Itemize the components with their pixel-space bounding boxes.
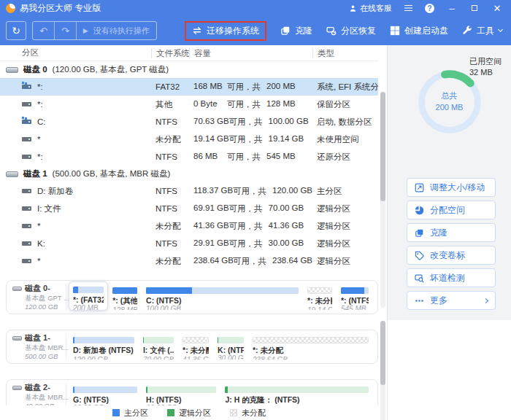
partition-bar xyxy=(73,287,104,293)
chevron-down-icon xyxy=(498,27,503,32)
map-partition[interactable]: H: (NTFS)10.00 GB xyxy=(142,383,220,405)
partition-row[interactable]: *:其他0 Byte可用，共128 MB保留分区 xyxy=(0,96,378,113)
create-boot-disk-button[interactable]: 创建启动盘 xyxy=(390,25,448,37)
map-partition[interactable]: *: (NTFS)545 MB xyxy=(337,284,373,311)
menu-list-icon[interactable] xyxy=(404,5,412,12)
transfer-icon xyxy=(192,26,202,36)
clone-button[interactable]: 克隆 xyxy=(280,25,312,37)
disk-map-title: 磁盘 0- xyxy=(12,283,66,294)
disk-name: 磁盘 1 xyxy=(23,168,47,179)
redo-button[interactable]: ↷ xyxy=(54,22,76,39)
partition-row[interactable]: *未分配238.64 GB可用，共238.64 GB逻辑分区 xyxy=(0,252,378,270)
filesystem-cell: 未分配 xyxy=(151,256,189,267)
maximize-button[interactable] xyxy=(469,3,480,13)
free-space: 70.63 GB xyxy=(193,117,229,128)
sidebar: 已用空间 32 MB 总共 200 MB 调整大小/移动 xyxy=(387,45,511,420)
partition-row[interactable]: *未分配41.36 GB可用，共41.36 GB逻辑分区 xyxy=(0,217,378,235)
free-space: 0 Byte xyxy=(193,99,227,110)
more-button[interactable]: 更多 xyxy=(407,291,496,310)
map-partition[interactable]: J: H 的克隆： (NTFS)20.00 GB xyxy=(220,383,373,405)
pending-operations[interactable]: ▶ 没有待执行操作 xyxy=(76,22,156,39)
partition-row[interactable]: C:NTFS70.63 GB可用，共100.00 GB启动, 数据分区 xyxy=(0,113,378,131)
online-support-button[interactable]: 在线客服 xyxy=(349,3,392,14)
map-partition[interactable]: I: 文件 (...70.00 GB xyxy=(139,333,178,360)
tools-button[interactable]: 工具 xyxy=(462,25,502,37)
partition-row[interactable]: D: 新加卷NTFS118.37 GB可用，共120.00 GB主分区 xyxy=(0,182,378,200)
column-filesystem: 文件系统 xyxy=(151,48,189,58)
used-fill xyxy=(218,337,218,343)
capacity-cell: 41.36 GB可用，共41.36 GB xyxy=(189,221,312,232)
disk-icon xyxy=(12,287,22,291)
change-label-button[interactable]: 改变卷标 xyxy=(407,246,496,265)
create-boot-disk-button-label: 创建启动盘 xyxy=(404,25,448,37)
disk-group-row[interactable]: 磁盘 1 (500.00 GB, 基本盘, MBR 磁盘) xyxy=(0,166,378,182)
map-partition[interactable]: *: 未分配19.14 GB xyxy=(303,284,337,311)
map-partition[interactable]: D: 新加卷 (NTFS)120.00 GB xyxy=(69,333,139,360)
map-partition[interactable]: K: (NTFS)30.00 GB xyxy=(213,333,248,360)
map-scrollbar-thumb[interactable] xyxy=(380,321,385,385)
disk-icon xyxy=(6,67,18,73)
partition-bar xyxy=(253,337,369,343)
partition-row[interactable]: *:NTFS86 MB可用，共545 MB还原分区 xyxy=(0,148,378,166)
partition-row[interactable]: I: 文件NTFS69.91 GB可用，共70.00 GB逻辑分区 xyxy=(0,200,378,217)
table-scrollbar-thumb[interactable] xyxy=(380,92,385,201)
partition-row[interactable]: *:FAT32168 MB可用，共200 MB系统, EFI 系统分区 xyxy=(0,78,378,96)
allocate-space-button[interactable]: 分配空间 xyxy=(407,201,496,219)
partition-name-cell: * xyxy=(0,257,151,265)
partition-name: * xyxy=(37,135,40,144)
help-icon[interactable]: ? xyxy=(425,4,434,13)
partition-row[interactable]: *未分配19.14 GB可用，共19.14 GB未使用空间 xyxy=(0,131,378,148)
partition-pane: 分区 文件系统 容量 类型 磁盘 0 (120.00 GB, 基本盘, GPT … xyxy=(0,45,387,420)
map-partition-label: D: 新加卷 (NTFS) xyxy=(73,346,134,356)
partition-name-cell: *: xyxy=(0,100,151,109)
bad-sector-check-button[interactable]: 坏道检测 xyxy=(407,268,496,287)
map-scrollbar[interactable] xyxy=(380,321,385,420)
map-partition-label: G: (NTFS) xyxy=(73,395,137,404)
table-scrollbar[interactable] xyxy=(380,92,385,308)
play-icon: ▶ xyxy=(83,27,88,34)
capacity-cell: 118.37 GB可用，共120.00 GB xyxy=(189,186,312,197)
filesystem-cell: NTFS xyxy=(151,117,189,126)
total-space: 200 MB xyxy=(266,82,296,93)
clone-icon xyxy=(415,228,424,238)
undo-button[interactable]: ↶ xyxy=(33,22,54,39)
bad-sector-check-button-label: 坏道检测 xyxy=(430,272,465,284)
disk-info: (500.00 GB, 基本盘, MBR 磁盘) xyxy=(53,168,171,179)
clone-partition-button[interactable]: 克隆 xyxy=(407,223,496,242)
partition-name-cell: K: xyxy=(0,239,151,248)
map-partition[interactable]: G: (NTFS)10.00 GB xyxy=(69,383,142,405)
map-partition-size: 70.00 GB xyxy=(143,356,174,360)
disk-map-card: 磁盘 1-基本盘 MBR...500.00 GBD: 新加卷 (NTFS)120… xyxy=(6,330,378,364)
partition-name: I: 文件 xyxy=(37,203,61,214)
migrate-os-button[interactable]: 迁移操作系统 xyxy=(185,21,266,41)
map-partition[interactable]: *: (FAT32)200 MB xyxy=(69,281,108,311)
map-partition[interactable]: *: 未分配238.64 GB xyxy=(248,333,373,360)
partition-name-cell: * xyxy=(0,222,151,230)
available-label: 可用，共 xyxy=(229,117,263,128)
filesystem-cell: NTFS xyxy=(151,187,189,195)
map-partition-size: 100.00 GB xyxy=(146,305,299,311)
partition-recovery-button-label: 分区恢复 xyxy=(341,25,376,37)
filesystem-cell: NTFS xyxy=(151,204,189,213)
free-space: 69.91 GB xyxy=(193,203,229,214)
more-button-label: 更多 xyxy=(430,295,447,307)
close-button[interactable]: ✕ xyxy=(492,3,502,13)
map-partition[interactable]: C: (NTFS)100.00 GB xyxy=(142,284,303,311)
partition-bar xyxy=(341,287,369,294)
map-partition[interactable]: *: (其他)128 MB xyxy=(108,284,142,311)
disk-group-row[interactable]: 磁盘 0 (120.00 GB, 基本盘, GPT 磁盘) xyxy=(0,61,378,78)
type-cell: 未使用空间 xyxy=(312,134,378,145)
partition-name-cell: D: 新加卷 xyxy=(0,186,151,197)
minimize-button[interactable]: – xyxy=(447,3,457,13)
map-partition[interactable]: *: 未分配41.36 GB xyxy=(178,333,213,360)
partition-recovery-button[interactable]: 分区恢复 xyxy=(326,25,376,37)
disk-map-size: 500.00 GB xyxy=(12,352,66,361)
partition-name: C: xyxy=(37,117,46,126)
partition-row[interactable]: K:NTFS29.91 GB可用，共30.00 GB逻辑分区 xyxy=(0,235,378,252)
clone-icon xyxy=(280,26,291,36)
map-partition-label: *: 未分配 xyxy=(182,346,209,356)
badsector-icon xyxy=(415,273,424,283)
allocate-icon xyxy=(415,206,424,215)
resize-move-button[interactable]: 调整大小/移动 xyxy=(407,178,496,197)
refresh-button[interactable]: ↻ xyxy=(6,21,26,40)
